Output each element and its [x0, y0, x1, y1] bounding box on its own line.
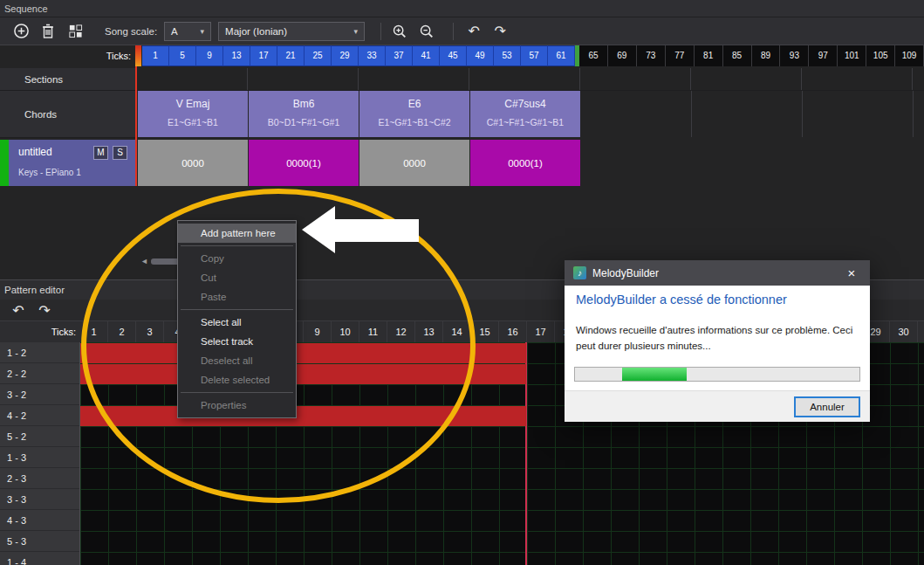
pattern-clip[interactable]: 0000(1)	[470, 140, 580, 186]
menu-item-copy[interactable]: Copy	[178, 249, 296, 268]
scale-root-value: A	[171, 26, 178, 37]
ruler-tick-cell[interactable]: 1	[142, 45, 169, 66]
ruler-tick-cell[interactable]: 69	[608, 45, 637, 66]
add-button[interactable]	[11, 22, 31, 41]
pattern-clip[interactable]: 0000	[359, 140, 469, 186]
pe-row-labels: 1 - 22 - 23 - 24 - 25 - 21 - 32 - 33 - 3…	[0, 342, 80, 565]
mute-button[interactable]: M	[93, 146, 108, 160]
note-bar[interactable]	[80, 406, 526, 426]
pe-tick-cell[interactable]: 12	[387, 321, 415, 342]
menu-item-add-pattern-here[interactable]: Add pattern here	[178, 224, 296, 243]
toolbar-divider	[453, 23, 454, 40]
cancel-button[interactable]: Annuler	[794, 396, 860, 417]
annotation-arrow	[302, 206, 419, 253]
ruler-tick-cell[interactable]: 49	[467, 45, 494, 66]
menu-item-properties[interactable]: Properties	[178, 396, 296, 415]
scale-mode-select[interactable]: Major (Ionian) ▾	[218, 22, 365, 41]
menu-item-delete-selected[interactable]: Delete selected	[178, 370, 296, 389]
ruler-tick-cell[interactable]: 57	[521, 45, 548, 66]
ruler-tick-cell[interactable]: 109	[895, 45, 924, 66]
zoom-in-button[interactable]	[390, 22, 409, 41]
menu-item-deselect-all[interactable]: Deselect all	[178, 351, 296, 370]
ruler-tick-cell[interactable]: 85	[723, 45, 752, 66]
pe-row-label: 4 - 3	[0, 510, 79, 531]
chord-name: C#7sus4	[470, 98, 580, 110]
ruler-tick-cell[interactable]: 41	[413, 45, 440, 66]
ruler-tick-cell[interactable]: 45	[440, 45, 467, 66]
ruler-tick-cell[interactable]: 5	[169, 45, 196, 66]
ruler-tick-cell[interactable]: 33	[359, 45, 386, 66]
pe-tick-cell[interactable]: 2	[108, 321, 136, 342]
scale-root-select[interactable]: A ▾	[164, 22, 211, 41]
trash-icon	[41, 24, 55, 39]
pe-tick-cell[interactable]: 10	[332, 321, 359, 342]
pe-row-label: 1 - 3	[0, 447, 79, 468]
crash-message-line2: peut durer plusieurs minutes...	[576, 339, 852, 355]
ruler-tick-cell[interactable]: 13	[223, 45, 250, 66]
chord-block[interactable]: V EmajE1~G#1~B1	[138, 91, 248, 137]
undo-button[interactable]: ↶	[462, 23, 485, 39]
pe-tick-cell[interactable]: 3	[136, 321, 164, 342]
menu-item-select-all[interactable]: Select all	[178, 313, 296, 332]
sections-row-header: Sections	[0, 68, 135, 91]
ruler-blue-ticks: 15913172125293337414549535761	[142, 45, 575, 66]
zoom-in-icon	[392, 24, 407, 39]
pe-tick-cell[interactable]: 17	[527, 321, 555, 342]
pe-tick-cell[interactable]: 15	[471, 321, 499, 342]
dialog-titlebar[interactable]: ♪ MelodyBuilder ×	[565, 260, 870, 286]
ruler-tick-cell[interactable]: 21	[277, 45, 305, 66]
ruler-tick-cell[interactable]: 37	[386, 45, 413, 66]
zoom-out-button[interactable]	[417, 22, 436, 41]
ruler-tick-cell[interactable]: 9	[196, 45, 223, 66]
pe-tick-cell[interactable]: 1	[80, 321, 108, 342]
pe-tick-cell[interactable]: 9	[304, 321, 332, 342]
solo-button[interactable]: S	[113, 146, 127, 160]
menu-item-cut[interactable]: Cut	[178, 268, 296, 287]
ruler-tick-cell[interactable]: 101	[838, 45, 866, 66]
ruler-tick-cell[interactable]: 53	[494, 45, 521, 66]
redo-button[interactable]: ↷	[489, 23, 511, 39]
note-bar[interactable]	[80, 343, 526, 363]
pe-tick-cell[interactable]: 11	[359, 321, 387, 342]
delete-button[interactable]	[38, 22, 58, 41]
pattern-clip[interactable]: 0000(1)	[249, 140, 359, 186]
pe-undo-button[interactable]: ↶	[7, 302, 30, 319]
chord-block[interactable]: E6E1~G#1~B1~C#2	[359, 91, 469, 137]
ruler-tick-cell[interactable]: 25	[305, 45, 332, 66]
ruler-tick-cell[interactable]: 29	[332, 45, 359, 66]
menu-item-select-track[interactable]: Select track	[178, 332, 296, 351]
track-header[interactable]: untitled M S Keys - EPiano 1	[9, 140, 135, 186]
chord-block[interactable]: Bm6B0~D1~F#1~G#1	[249, 91, 359, 137]
pe-tick-cell[interactable]: 14	[443, 321, 471, 342]
progress-bar	[574, 367, 860, 382]
pattern-grid-button[interactable]	[65, 22, 85, 41]
ruler-tick-cell[interactable]: 81	[695, 45, 723, 66]
ruler-tick-cell[interactable]: 73	[637, 45, 666, 66]
ruler-tick-cell[interactable]: 105	[866, 45, 895, 66]
playhead-line	[135, 66, 137, 186]
note-bar[interactable]	[80, 364, 526, 384]
chevron-down-icon: ▾	[354, 27, 359, 36]
ruler-tick-cell[interactable]: 89	[752, 45, 781, 66]
pattern-clip[interactable]: 0000	[138, 140, 248, 186]
chord-name: E6	[359, 98, 469, 110]
ruler-tick-cell[interactable]: 97	[809, 45, 838, 66]
pe-tick-cell[interactable]: 16	[499, 321, 527, 342]
pe-row-label: 3 - 3	[0, 489, 79, 510]
chords-lane-empty[interactable]	[581, 91, 924, 137]
ruler-tick-cell[interactable]: 61	[548, 45, 575, 66]
ruler-tick-cell[interactable]: 77	[666, 45, 695, 66]
close-button[interactable]: ×	[833, 260, 870, 286]
pe-tick-cell[interactable]: 13	[415, 321, 443, 342]
pe-redo-button[interactable]: ↷	[33, 302, 56, 319]
ruler-tick-cell[interactable]: 65	[579, 45, 608, 66]
ruler-tick-cell[interactable]: 93	[780, 45, 809, 66]
pe-row-label: 3 - 2	[0, 384, 79, 405]
chord-block[interactable]: C#7sus4C#1~F#1~G#1~B1	[470, 91, 580, 137]
sections-lane[interactable]	[137, 68, 924, 91]
menu-item-paste[interactable]: Paste	[178, 287, 296, 307]
pe-tick-cell[interactable]: 30	[890, 321, 918, 342]
scroll-left-arrow-icon[interactable]: ◄	[140, 257, 148, 265]
horizontal-scrollbar-thumb[interactable]	[151, 258, 180, 265]
ruler-tick-cell[interactable]: 17	[250, 45, 277, 66]
